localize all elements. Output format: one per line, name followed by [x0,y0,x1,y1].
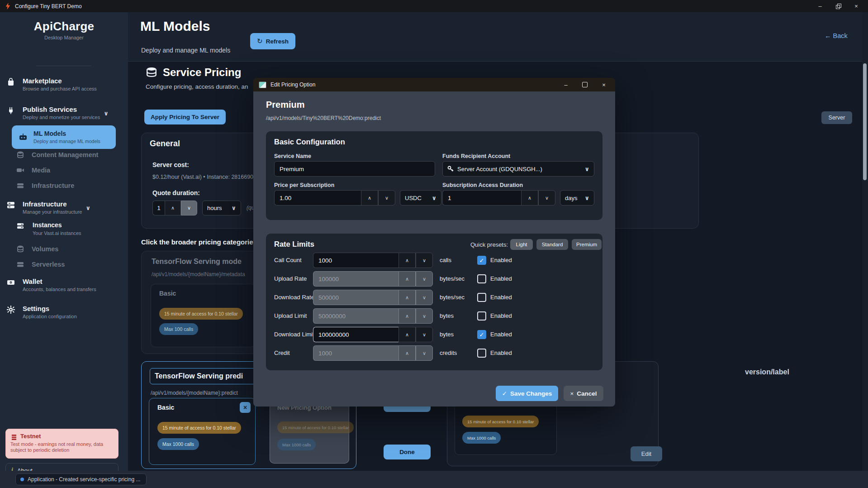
brand-subtitle: Desktop Manager [0,35,128,40]
enabled-checkbox[interactable]: ✓ [477,330,486,339]
stepper-up-button[interactable]: ∧ [398,345,416,361]
stepper-up-button[interactable]: ∧ [398,271,416,287]
database-stack-icon [146,67,157,78]
server-cost-label: Server cost: [152,161,189,168]
credit-input[interactable] [313,345,398,361]
stepper-up-button[interactable]: ∧ [521,190,538,206]
window-restore-button[interactable] [829,0,847,12]
access-badge: 15 minute of access for 0.10 stellar [159,308,243,320]
quote-unit-value: hours [207,205,222,211]
call-count-input[interactable] [313,253,398,268]
sidebar-item-ml-models[interactable]: ML Models Deploy and manage ML models [12,125,116,149]
sidebar-item-publish-services[interactable]: Publish Services Deploy and monetize you… [6,105,122,120]
window-minimize-button[interactable]: – [811,0,829,12]
modal-close-button[interactable]: × [594,78,613,91]
modal-maximize-button[interactable] [575,78,594,91]
stepper-down-button[interactable]: ∨ [416,271,433,287]
enabled-checkbox[interactable] [477,293,486,302]
server-stack-icon [6,201,17,210]
stepper-down-button[interactable]: ∨ [416,290,433,305]
rate-limits-card: Rate Limits Quick presets: Light Standar… [266,234,602,370]
preset-premium-button[interactable]: Premium [572,239,602,250]
duration-unit-select[interactable]: days ∨ [560,190,594,206]
upload-limit-input[interactable] [313,308,398,324]
stepper-down-button[interactable]: ∨ [416,327,433,342]
stepper-down-button[interactable]: ∨ [378,190,395,206]
edit-button[interactable]: Edit [631,446,662,461]
stepper-up-button[interactable]: ∧ [165,201,181,215]
sidebar-item-marketplace[interactable]: Marketplace Browse and purchase API acce… [6,77,122,91]
quote-unit-select[interactable]: hours ∨ [202,201,241,215]
stepper-up-button[interactable]: ∧ [398,308,416,324]
sidebar-item-label: ML Models [33,130,100,137]
server-button[interactable]: Server [821,111,852,124]
window-close-button[interactable]: × [847,0,865,12]
stepper-down-button[interactable]: ∨ [181,201,197,215]
quote-duration-value[interactable]: 1 [152,201,165,215]
chevron-down-icon: ∨ [231,205,236,211]
enabled-checkbox[interactable] [477,311,486,321]
modal-app-icon [259,81,266,88]
sidebar-item-label: Infrastructure [32,182,74,189]
cancel-button[interactable]: ×Cancel [564,386,603,401]
enabled-checkbox[interactable] [477,274,486,283]
apply-pricing-button[interactable]: Apply Pricing To Server [144,110,226,124]
card-path: /api/v1/models/{modelName}:predict [151,390,238,396]
scrollbar-thumb[interactable] [863,63,867,180]
duration-input[interactable] [442,190,521,206]
access-badge: 15 minute of access for 0.10 stellar [277,421,354,433]
sidebar-item-content-management[interactable]: Content Management [16,151,120,159]
preset-standard-button[interactable]: Standard [536,239,568,250]
back-link[interactable]: ← Back [825,32,848,39]
cancel-label: Cancel [577,390,597,397]
funds-account-value: Server Account (GDQUNSGH...) [457,166,542,172]
sidebar-item-instances[interactable]: Instances Your Vast.ai instances [16,221,132,236]
stepper-up-button[interactable]: ∧ [398,290,416,305]
upload-rate-input[interactable] [313,271,398,287]
key-icon [447,166,454,172]
sidebar-item-volumes[interactable]: Volumes [16,245,120,253]
currency-select[interactable]: USDC ∨ [400,190,441,206]
rate-row-unit: credits [440,345,457,361]
service-name-input[interactable] [274,161,435,177]
enabled-checkbox[interactable] [477,349,486,358]
section-subtitle: Configure pricing, access duration, an [146,83,248,90]
done-button[interactable]: Done [384,445,431,459]
stepper-down-button[interactable]: ∨ [416,345,433,361]
stepper-down-button[interactable]: ∨ [416,253,433,268]
database-icon [16,151,26,159]
sidebar-item-settings[interactable]: Settings Application configuration [6,305,122,319]
modal-minimize-button[interactable]: – [556,78,575,91]
stepper-up-button[interactable]: ∧ [398,327,416,342]
rate-row-label: Download Rate [274,290,314,305]
price-input[interactable] [274,190,361,206]
stepper-up-button[interactable]: ∧ [398,253,416,268]
download-limit-input[interactable] [313,327,398,342]
sidebar-item-label: Instances [33,221,81,229]
sidebar-item-media[interactable]: Media [16,166,120,174]
save-changes-button[interactable]: ✓Save Changes [496,386,558,401]
sidebar-item-serverless[interactable]: Serverless [16,260,120,268]
plug-icon [6,106,17,115]
stepper-up-button[interactable]: ∧ [361,190,378,206]
download-rate-input[interactable] [313,290,398,305]
status-pill[interactable]: Application - Created service-specific p… [15,474,147,485]
basic-configuration-card: Basic Configuration Service Name Funds R… [266,131,602,220]
funds-account-select[interactable]: Server Account (GDQUNSGH...) ∨ [442,161,594,177]
rate-row-label: Credit [274,345,290,361]
enabled-checkbox[interactable]: ✓ [477,256,486,265]
sidebar-item-infrastructure-sub[interactable]: Infrastructure [16,182,120,190]
stepper-down-button[interactable]: ∨ [416,308,433,324]
sidebar-item-wallet[interactable]: Wallet Accounts, balances and transfers [6,277,122,292]
window-title: Configure Tiny BERT Demo [15,3,82,10]
sidebar-item-infrastructure[interactable]: Infrastructure Manage your infrastructur… [6,200,122,215]
duration-input-group: ∧ ∨ [442,190,555,206]
sidebar-item-label: Wallet [23,277,96,285]
rate-row-unit: bytes/sec [440,290,465,305]
refresh-button[interactable]: ↻ Refresh [250,33,295,49]
page-title: ML Models [140,19,210,34]
stepper-down-button[interactable]: ∨ [538,190,555,206]
remove-tier-button[interactable]: × [240,402,251,413]
preset-light-button[interactable]: Light [510,239,533,250]
sidebar-item-sub: Deploy and monetize your services [23,115,100,120]
